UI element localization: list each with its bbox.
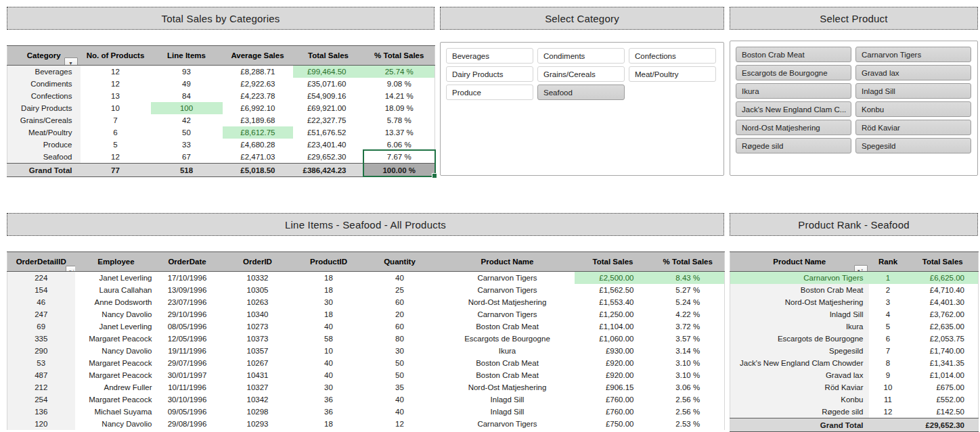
- cell[interactable]: Beverages: [7, 66, 81, 78]
- cell[interactable]: 12: [81, 66, 151, 78]
- cell[interactable]: 3.10 %: [652, 357, 725, 369]
- cell[interactable]: 7: [81, 114, 151, 126]
- cell[interactable]: 3.06 %: [652, 381, 725, 393]
- cell[interactable]: Margaret Peacock: [75, 333, 158, 345]
- cell[interactable]: £3,762.00: [908, 308, 979, 320]
- cell[interactable]: 6: [81, 126, 151, 139]
- cell[interactable]: 18: [298, 418, 359, 430]
- cell[interactable]: 1: [869, 272, 908, 285]
- cell[interactable]: Condiments: [7, 78, 81, 90]
- cell[interactable]: 10431: [217, 369, 298, 381]
- cell[interactable]: 69: [7, 320, 75, 333]
- cell[interactable]: [869, 418, 908, 432]
- cell[interactable]: £4,680.28: [223, 139, 293, 151]
- slicer-item[interactable]: Grains/Cereals: [537, 66, 625, 82]
- cell[interactable]: 7: [869, 345, 908, 357]
- slicer-item[interactable]: Meat/Poultry: [629, 66, 716, 82]
- cell[interactable]: 50: [359, 369, 441, 381]
- cell[interactable]: £4,223.78: [223, 90, 293, 102]
- cell[interactable]: Margaret Peacock: [75, 393, 158, 406]
- cell[interactable]: £22,327.75: [293, 114, 364, 126]
- cell[interactable]: 5.27 %: [652, 284, 725, 296]
- cell[interactable]: 10327: [217, 381, 298, 393]
- cell[interactable]: 154: [7, 284, 75, 296]
- cell[interactable]: £1,104.00: [575, 320, 652, 333]
- cell[interactable]: £23,401.40: [293, 139, 364, 151]
- cell[interactable]: Carnarvon Tigers: [441, 418, 575, 430]
- column-header[interactable]: Product Name: [441, 252, 575, 272]
- cell[interactable]: 10340: [217, 308, 298, 320]
- cell[interactable]: £2,500.00: [575, 272, 652, 285]
- cell[interactable]: £930.00: [575, 345, 652, 357]
- cell[interactable]: 60: [359, 320, 441, 333]
- cell[interactable]: 30/10/1996: [158, 393, 217, 406]
- cell[interactable]: 49: [151, 78, 223, 90]
- cell[interactable]: 30: [298, 296, 359, 308]
- cell[interactable]: 33: [151, 139, 223, 151]
- cell[interactable]: 224: [7, 272, 75, 285]
- cell[interactable]: Ikura: [441, 345, 575, 357]
- cell[interactable]: 10298: [217, 406, 298, 418]
- cell[interactable]: £29,652.30: [293, 151, 364, 164]
- cell[interactable]: Carnarvon Tigers: [730, 272, 869, 285]
- cell[interactable]: £2,922.63: [223, 78, 293, 90]
- cell[interactable]: Nord-Ost Matjeshering: [441, 381, 575, 393]
- cell[interactable]: 8.43 %: [652, 272, 725, 285]
- cell[interactable]: 30: [298, 381, 359, 393]
- cell[interactable]: 42: [151, 114, 223, 126]
- cell[interactable]: Michael Suyama: [75, 406, 158, 418]
- cell[interactable]: Boston Crab Meat: [441, 369, 575, 381]
- cell[interactable]: Boston Crab Meat: [441, 357, 575, 369]
- cell[interactable]: 58: [298, 333, 359, 345]
- cell[interactable]: £1,060.00: [575, 333, 652, 345]
- cell[interactable]: £760.00: [575, 393, 652, 406]
- cell[interactable]: 12: [359, 418, 441, 430]
- column-header[interactable]: Total Sales: [293, 46, 364, 66]
- cell[interactable]: 20: [359, 308, 441, 320]
- cell[interactable]: 50: [151, 126, 223, 139]
- cell[interactable]: Dairy Products: [7, 102, 81, 114]
- cell[interactable]: Grains/Cereals: [7, 114, 81, 126]
- cell[interactable]: 67: [151, 151, 223, 164]
- cell[interactable]: 335: [7, 333, 75, 345]
- cell[interactable]: 50: [359, 357, 441, 369]
- column-header-category[interactable]: Category ▼: [7, 46, 81, 66]
- cell[interactable]: 10293: [217, 418, 298, 430]
- cell[interactable]: 17/10/1996: [158, 272, 217, 285]
- cell[interactable]: Janet Leverling: [75, 320, 158, 333]
- cell[interactable]: £2,635.00: [908, 320, 979, 333]
- cell[interactable]: 13: [81, 90, 151, 102]
- cell[interactable]: Röd Kaviar: [730, 381, 869, 393]
- cell[interactable]: 6: [869, 333, 908, 345]
- cell[interactable]: Nancy Davolio: [75, 345, 158, 357]
- cell[interactable]: Nord-Ost Matjeshering: [441, 296, 575, 308]
- column-header[interactable]: OrderDate: [158, 252, 217, 272]
- column-header[interactable]: OrderID: [217, 252, 298, 272]
- cell[interactable]: 10373: [217, 333, 298, 345]
- cell[interactable]: £29,652.30: [908, 418, 979, 432]
- cell[interactable]: £35,071.60: [293, 78, 364, 90]
- column-header[interactable]: Total Sales: [908, 252, 979, 272]
- cell[interactable]: 77: [81, 164, 151, 177]
- cell[interactable]: £4,401.30: [908, 296, 979, 308]
- cell[interactable]: 84: [151, 90, 223, 102]
- cell[interactable]: Anne Dodsworth: [75, 296, 158, 308]
- cell[interactable]: 40: [298, 369, 359, 381]
- cell[interactable]: £1,014.00: [908, 369, 979, 381]
- cell[interactable]: 3: [869, 296, 908, 308]
- cell[interactable]: Spegesild: [730, 345, 869, 357]
- cell[interactable]: Confections: [7, 90, 81, 102]
- cell[interactable]: 10342: [217, 393, 298, 406]
- cell[interactable]: 3.10 %: [652, 369, 725, 381]
- cell[interactable]: £920.00: [575, 357, 652, 369]
- cell[interactable]: 18.09 %: [364, 102, 435, 114]
- cell[interactable]: 7.67 %: [364, 151, 435, 164]
- cell[interactable]: Margaret Peacock: [75, 369, 158, 381]
- cell[interactable]: 4: [869, 308, 908, 320]
- cell[interactable]: 9: [869, 369, 908, 381]
- column-header[interactable]: No. of Products: [81, 46, 151, 66]
- cell[interactable]: Røgede sild: [730, 406, 869, 418]
- cell[interactable]: 12/05/1996: [158, 333, 217, 345]
- cell[interactable]: 254: [7, 393, 75, 406]
- cell[interactable]: 6.06 %: [364, 139, 435, 151]
